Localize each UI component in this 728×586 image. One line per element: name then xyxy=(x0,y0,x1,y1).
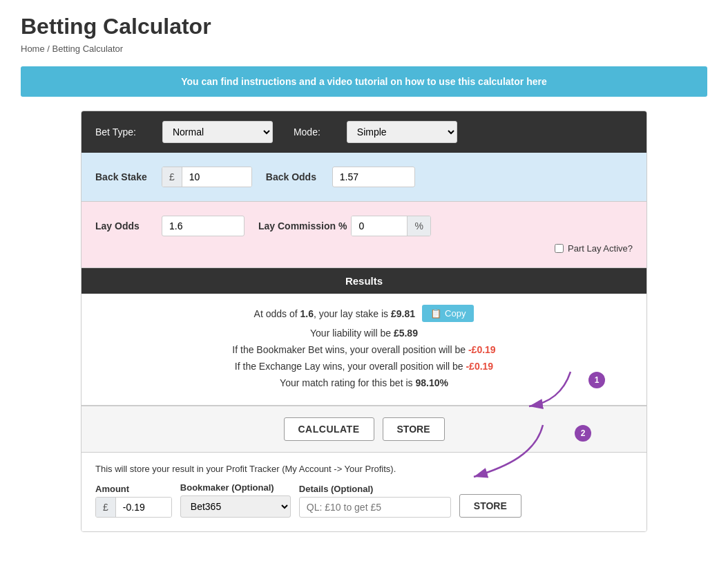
result-line-5: Your match rating for this bet is 98.10% xyxy=(95,377,633,388)
lay-odds-input[interactable] xyxy=(162,216,245,236)
lay-commission-group: Lay Commission % % xyxy=(258,216,431,236)
result-line2-value: £5.89 xyxy=(394,328,418,339)
store-amount-label: Amount xyxy=(95,484,172,494)
store-details-field: Details (Optional) xyxy=(299,484,451,518)
store-bookmaker-select[interactable]: Bet365 Betway Paddy Power William Hill L… xyxy=(180,495,291,518)
lay-commission-input[interactable] xyxy=(352,216,407,236)
result-line4-value: -£0.19 xyxy=(466,361,493,372)
page-title: Betting Calculator xyxy=(21,14,707,39)
breadcrumb: Home / Betting Calculator xyxy=(21,44,707,54)
back-odds-label: Back Odds xyxy=(266,171,328,182)
copy-icon: 📋 xyxy=(430,308,441,319)
banner-link[interactable]: here xyxy=(526,76,547,87)
actions-bar: 1 CALCULATE STORE xyxy=(82,406,646,453)
annotation-2: 2 xyxy=(575,425,591,442)
store-info-text: This will store your result in your Prof… xyxy=(95,464,633,474)
result-line-4: If the Exchange Lay wins, your overall p… xyxy=(95,361,633,372)
result-line-3: If the Bookmaker Bet wins, your overall … xyxy=(95,344,633,355)
breadcrumb-separator: / xyxy=(47,44,50,54)
mode-label: Mode: xyxy=(294,126,320,138)
store-amount-input-wrapper: £ xyxy=(95,497,172,518)
back-stake-group: Back Stake £ xyxy=(95,167,252,187)
lay-commission-input-wrapper: % xyxy=(351,216,430,236)
result-line1-prefix: At odds of xyxy=(254,308,300,319)
bet-type-bar: Bet Type: Normal Each Way SNR Dutching M… xyxy=(82,111,646,153)
result-line2-prefix: Your liability will be xyxy=(310,328,394,339)
store-amount-input[interactable] xyxy=(116,498,171,517)
store-amount-prefix: £ xyxy=(96,498,116,517)
store-details-input[interactable] xyxy=(299,497,451,518)
results-section: Results At odds of 1.6, your lay stake i… xyxy=(82,268,646,406)
result-line-1: At odds of 1.6, your lay stake is £9.81 … xyxy=(95,305,633,322)
store-amount-field: Amount £ xyxy=(95,484,172,518)
results-header: Results xyxy=(82,268,646,294)
store-section: 2 This will store your result in your Pr… xyxy=(82,453,646,531)
store-details-label: Details (Optional) xyxy=(299,484,451,494)
result-line1-odds: 1.6 xyxy=(300,308,314,319)
lay-commission-label: Lay Commission % xyxy=(258,220,347,231)
info-banner: You can find instructions and a video tu… xyxy=(21,66,707,97)
part-lay-checkbox[interactable] xyxy=(555,244,564,253)
copy-label: Copy xyxy=(445,308,466,319)
breadcrumb-home[interactable]: Home xyxy=(21,44,45,54)
result-line1-value: £9.81 xyxy=(391,308,415,319)
bet-type-select[interactable]: Normal Each Way SNR Dutching xyxy=(162,121,273,143)
back-stake-input[interactable] xyxy=(182,167,251,187)
store-final-button[interactable]: STORE xyxy=(459,494,521,518)
back-stake-label: Back Stake xyxy=(95,171,157,182)
back-odds-group: Back Odds xyxy=(266,167,415,187)
calculate-button[interactable]: CALCULATE xyxy=(284,417,374,441)
lay-section: Lay Odds Lay Commission % % Part Lay Act… xyxy=(82,202,646,268)
store-button-top[interactable]: STORE xyxy=(383,417,445,441)
result-line5-prefix: Your match rating for this bet is xyxy=(280,377,415,388)
back-stake-input-wrapper: £ xyxy=(162,167,252,187)
lay-odds-label: Lay Odds xyxy=(95,220,157,231)
store-fields: Amount £ Bookmaker (Optional) Bet365 Bet… xyxy=(95,482,633,518)
lay-odds-group: Lay Odds xyxy=(95,216,245,236)
calculator-container: Bet Type: Normal Each Way SNR Dutching M… xyxy=(81,111,647,532)
result-line-2: Your liability will be £5.89 xyxy=(95,328,633,339)
result-line3-prefix: If the Bookmaker Bet wins, your overall … xyxy=(232,344,468,355)
mode-select[interactable]: Simple Advanced xyxy=(347,121,457,143)
lay-commission-suffix: % xyxy=(407,216,430,236)
results-body: At odds of 1.6, your lay stake is £9.81 … xyxy=(82,294,646,406)
breadcrumb-current: Betting Calculator xyxy=(52,44,124,54)
result-line4-prefix: If the Exchange Lay wins, your overall p… xyxy=(235,361,466,372)
result-line3-value: -£0.19 xyxy=(468,344,496,355)
store-bookmaker-field: Bookmaker (Optional) Bet365 Betway Paddy… xyxy=(180,482,291,518)
store-bookmaker-label: Bookmaker (Optional) xyxy=(180,482,291,493)
bet-type-label: Bet Type: xyxy=(95,126,136,138)
part-lay-row: Part Lay Active? xyxy=(95,243,633,254)
result-line1-middle: , your lay stake is xyxy=(314,308,391,319)
back-odds-input[interactable] xyxy=(332,167,415,187)
back-section: Back Stake £ Back Odds xyxy=(82,153,646,202)
banner-text: You can find instructions and a video tu… xyxy=(181,76,526,87)
back-stake-prefix: £ xyxy=(162,167,182,187)
copy-button[interactable]: 📋 Copy xyxy=(422,305,474,322)
result-line5-value: 98.10% xyxy=(415,377,448,388)
annotation-1: 1 xyxy=(588,372,605,388)
part-lay-label: Part Lay Active? xyxy=(568,243,633,254)
